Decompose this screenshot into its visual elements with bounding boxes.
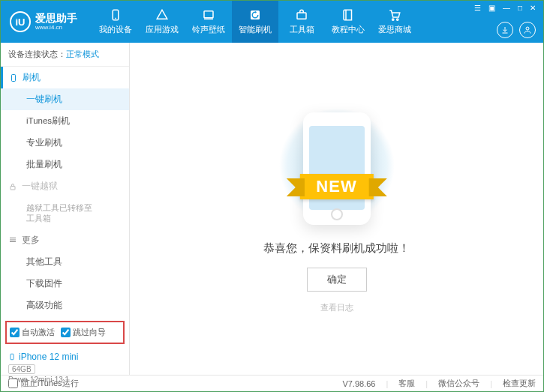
nav-store[interactable]: 爱思商城	[371, 1, 418, 43]
skin-icon[interactable]: ▣	[488, 4, 495, 12]
logo-area: iU 爱思助手 www.i4.cn	[10, 11, 77, 32]
nav-ringtones[interactable]: 铃声壁纸	[185, 1, 232, 43]
sidebar-item-pro-flash[interactable]: 专业刷机	[1, 132, 129, 154]
ok-button[interactable]: 确定	[307, 268, 367, 292]
sidebar-item-download-fw[interactable]: 下载固件	[1, 273, 129, 295]
nav-smart-flash[interactable]: 智能刷机	[232, 1, 278, 43]
success-illustration: NEW	[277, 105, 397, 232]
nav-tutorials[interactable]: 教程中心	[325, 1, 371, 43]
book-icon	[341, 8, 355, 22]
lock-icon	[8, 182, 17, 191]
svg-rect-5	[297, 13, 306, 19]
sidebar-item-itunes-flash[interactable]: iTunes刷机	[1, 110, 129, 132]
checkbox-auto-activate[interactable]: 自动激活	[10, 327, 55, 338]
success-message: 恭喜您，保资料刷机成功啦！	[263, 241, 410, 256]
device-icon	[8, 352, 16, 362]
sidebar-item-advanced[interactable]: 高级功能	[1, 295, 129, 316]
wallpaper-icon	[202, 8, 215, 22]
svg-rect-11	[11, 186, 15, 190]
svg-point-7	[392, 19, 394, 20]
phone-icon	[109, 8, 122, 22]
nav-my-device[interactable]: 我的设备	[92, 1, 139, 43]
version-label: V7.98.66	[342, 379, 375, 388]
app-header: iU 爱思助手 www.i4.cn 我的设备 应用游戏 铃声壁纸 智能刷机 工具…	[1, 1, 543, 43]
list-icon	[8, 235, 17, 244]
checkbox-skip-guide[interactable]: 跳过向导	[61, 327, 106, 338]
wechat-link[interactable]: 微信公众号	[438, 378, 479, 389]
new-ribbon: NEW	[299, 174, 373, 199]
support-link[interactable]: 客服	[398, 378, 415, 389]
check-update-link[interactable]: 检查更新	[503, 378, 536, 389]
section-more[interactable]: 更多	[1, 229, 129, 251]
view-log-link[interactable]: 查看日志	[320, 302, 353, 313]
user-button[interactable]	[519, 22, 536, 38]
sidebar-item-oneclick-flash[interactable]: 一键刷机	[1, 88, 129, 110]
nav-toolbox[interactable]: 工具箱	[278, 1, 325, 43]
section-jailbreak: 一键越狱	[1, 175, 129, 197]
svg-rect-10	[12, 74, 16, 81]
sidebar-item-other-tools[interactable]: 其他工具	[1, 251, 129, 273]
section-flash[interactable]: 刷机	[1, 67, 129, 88]
sidebar-item-batch-flash[interactable]: 批量刷机	[1, 154, 129, 175]
options-box: 自动激活 跳过向导	[5, 321, 125, 344]
svg-rect-15	[11, 354, 14, 360]
checkbox-block-itunes[interactable]: 阻止iTunes运行	[8, 378, 79, 389]
phone-icon	[9, 73, 18, 82]
svg-point-8	[397, 19, 398, 20]
nav-apps-games[interactable]: 应用游戏	[139, 1, 185, 43]
jailbreak-note: 越狱工具已转移至 工具箱	[1, 197, 129, 229]
sidebar: 设备连接状态：正常模式 刷机 一键刷机 iTunes刷机 专业刷机 批量刷机 一…	[1, 43, 130, 375]
logo-icon: iU	[10, 11, 31, 32]
download-button[interactable]	[497, 22, 513, 38]
storage-badge: 64GB	[8, 364, 35, 374]
menu-icon[interactable]: ☰	[474, 4, 481, 12]
apps-icon	[155, 8, 169, 22]
refresh-icon	[248, 8, 262, 22]
main-content: NEW 恭喜您，保资料刷机成功啦！ 确定 查看日志	[130, 43, 543, 375]
app-subtitle: www.i4.cn	[35, 24, 77, 31]
connection-status: 设备连接状态：正常模式	[1, 43, 129, 67]
cart-icon	[388, 8, 401, 22]
main-nav: 我的设备 应用游戏 铃声壁纸 智能刷机 工具箱 教程中心 爱思商城	[92, 1, 418, 43]
svg-rect-2	[204, 11, 213, 18]
toolbox-icon	[295, 8, 308, 22]
app-title: 爱思助手	[35, 13, 77, 24]
svg-point-9	[526, 27, 529, 30]
